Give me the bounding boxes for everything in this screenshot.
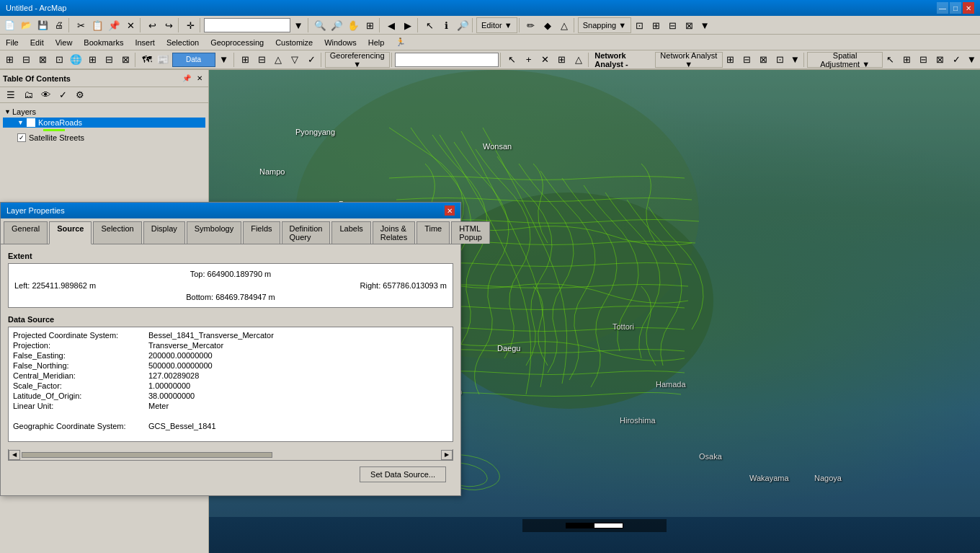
misc-btn8[interactable]: ⊠ <box>117 52 133 68</box>
sa-btn2[interactable]: ⊞ <box>899 52 915 68</box>
paste-button[interactable]: 📌 <box>106 17 122 33</box>
tab-htmlpopup[interactable]: HTML Popup <box>451 221 490 244</box>
toc-list-btn[interactable]: ☰ <box>3 87 19 103</box>
snap-more[interactable]: ▼ <box>697 17 713 33</box>
na-btn2[interactable]: ⊟ <box>739 52 755 68</box>
undo-button[interactable]: ↩ <box>144 17 160 33</box>
georef-btn2[interactable]: + <box>521 52 537 68</box>
scroll-right[interactable]: ▶ <box>441 450 453 460</box>
tab-defquery[interactable]: Definition Query <box>282 221 331 244</box>
forward-button[interactable]: ▶ <box>400 17 416 33</box>
toc-btn5[interactable]: ✓ <box>303 52 319 68</box>
zoom-out-button[interactable]: 🔎 <box>329 17 344 33</box>
layout-view-btn[interactable]: 📰 <box>156 52 172 68</box>
georef-btn1[interactable]: ↖ <box>504 52 520 68</box>
help-icon[interactable]: 🏃 <box>390 35 411 50</box>
layer-korearoads[interactable]: ▼ ✓ KoreaRoads <box>3 118 205 128</box>
tab-time[interactable]: Time <box>416 221 450 244</box>
view-more[interactable]: ▼ <box>216 52 232 68</box>
menu-view[interactable]: View <box>50 35 79 50</box>
select-tool[interactable]: ↖ <box>422 17 437 33</box>
toc-controls[interactable]: 📌 ✕ <box>181 73 205 84</box>
scroll-left[interactable]: ◀ <box>9 450 20 460</box>
new-button[interactable]: 📄 <box>1 17 17 33</box>
toc-btn3[interactable]: △ <box>270 52 286 68</box>
h-scrollbar[interactable]: ◀ ▶ <box>8 449 453 461</box>
edit-sketch[interactable]: ✏ <box>523 17 539 33</box>
menu-insert[interactable]: Insert <box>129 35 161 50</box>
spatial-adj-dropdown[interactable]: Spatial Adjustment ▼ <box>807 52 882 68</box>
menu-edit[interactable]: Edit <box>24 35 50 50</box>
snap-btn4[interactable]: ⊠ <box>681 17 697 33</box>
tab-general[interactable]: General <box>4 221 48 244</box>
misc-btn2[interactable]: ⊟ <box>18 52 34 68</box>
misc-btn1[interactable]: ⊞ <box>1 52 17 68</box>
view-selector[interactable]: Data <box>172 53 215 67</box>
cut-button[interactable]: ✂ <box>73 17 89 33</box>
korearoads-expand[interactable]: ▼ <box>17 119 24 126</box>
print-button[interactable]: 🖨 <box>51 17 67 33</box>
snapping-dropdown[interactable]: Snapping ▼ <box>578 17 631 33</box>
georef-input[interactable] <box>395 53 499 67</box>
georef-btn3[interactable]: ✕ <box>538 52 553 68</box>
menu-customize[interactable]: Customize <box>270 35 318 50</box>
na-btn4[interactable]: ⊡ <box>772 52 788 68</box>
snap-btn3[interactable]: ⊟ <box>664 17 680 33</box>
layer-satellite[interactable]: ✓ Satellite Streets <box>3 133 205 143</box>
set-datasource-button[interactable]: Set Data Source... <box>360 466 446 482</box>
sa-btn4[interactable]: ⊠ <box>932 52 948 68</box>
menu-selection[interactable]: Selection <box>161 35 205 50</box>
identify-tool[interactable]: ℹ <box>438 17 454 33</box>
na-dropdown[interactable]: Network Analyst ▼ <box>655 52 723 68</box>
dialog-close-button[interactable]: ✕ <box>445 205 455 216</box>
na-btn1[interactable]: ⊞ <box>723 52 739 68</box>
sa-more[interactable]: ▼ <box>965 52 979 68</box>
sketch-props[interactable]: △ <box>556 17 572 33</box>
open-button[interactable]: 📂 <box>18 17 34 33</box>
back-button[interactable]: ◀ <box>383 17 399 33</box>
sa-btn3[interactable]: ⊟ <box>916 52 932 68</box>
menu-help[interactable]: Help <box>362 35 391 50</box>
toc-sel-btn[interactable]: ✓ <box>55 87 71 103</box>
korearoads-checkbox[interactable]: ✓ <box>27 118 35 127</box>
find-tool[interactable]: 🔎 <box>455 17 471 33</box>
copy-button[interactable]: 📋 <box>89 17 105 33</box>
tab-display[interactable]: Display <box>143 221 185 244</box>
toc-props-btn[interactable]: ⚙ <box>72 87 88 103</box>
tab-source[interactable]: Source <box>49 221 92 244</box>
editor-dropdown[interactable]: Editor ▼ <box>476 17 517 33</box>
pan-button[interactable]: ✋ <box>345 17 361 33</box>
maximize-button[interactable]: □ <box>950 2 961 14</box>
tab-labels[interactable]: Labels <box>331 221 370 244</box>
close-button[interactable]: ✕ <box>963 2 974 14</box>
data-view-btn[interactable]: 🗺 <box>139 52 155 68</box>
toc-close-button[interactable]: ✕ <box>194 73 205 84</box>
tab-selection[interactable]: Selection <box>93 221 141 244</box>
satellite-checkbox[interactable]: ✓ <box>17 133 26 142</box>
minimize-button[interactable]: — <box>937 2 948 14</box>
menu-windows[interactable]: Windows <box>318 35 362 50</box>
snap-btn2[interactable]: ⊞ <box>648 17 664 33</box>
tab-fields[interactable]: Fields <box>243 221 280 244</box>
redo-button[interactable]: ↪ <box>161 17 177 33</box>
snap-btn1[interactable]: ⊡ <box>631 17 647 33</box>
scale-input[interactable]: 1:4,427,933 <box>204 18 290 32</box>
full-extent-button[interactable]: ⊞ <box>362 17 378 33</box>
georef-btn4[interactable]: ⊞ <box>554 52 570 68</box>
na-btn3[interactable]: ⊠ <box>756 52 772 68</box>
sa-btn5[interactable]: ✓ <box>949 52 965 68</box>
expand-icon[interactable]: ▼ <box>4 108 11 115</box>
move-tool[interactable]: ✛ <box>182 17 198 33</box>
georef-dropdown[interactable]: Georeferencing ▼ <box>325 52 390 68</box>
misc-btn5[interactable]: 🌐 <box>68 52 84 68</box>
toc-btn4[interactable]: ▽ <box>287 52 303 68</box>
tab-joins[interactable]: Joins & Relates <box>373 221 415 244</box>
toc-btn2[interactable]: ⊟ <box>254 52 270 68</box>
toc-vis-btn[interactable]: 👁 <box>37 87 53 103</box>
edit-vertices[interactable]: ◆ <box>540 17 556 33</box>
toc-btn1[interactable]: ⊞ <box>237 52 253 68</box>
misc-btn6[interactable]: ⊞ <box>84 52 100 68</box>
menu-file[interactable]: File <box>0 35 24 50</box>
tab-symbology[interactable]: Symbology <box>187 221 241 244</box>
menu-bookmarks[interactable]: Bookmarks <box>78 35 129 50</box>
